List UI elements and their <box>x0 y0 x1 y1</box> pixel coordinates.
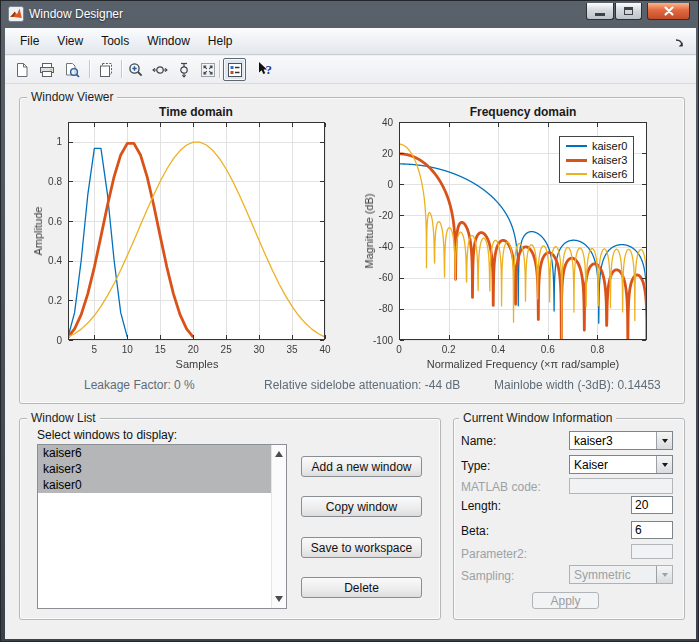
matlab-code-field <box>569 478 673 494</box>
minimize-button[interactable] <box>586 3 614 20</box>
legend-label: kaiser6 <box>592 169 627 180</box>
type-combobox[interactable]: Kaiser <box>569 455 673 474</box>
legend-icon <box>227 62 243 78</box>
print-icon <box>39 62 55 78</box>
beta-label: Beta: <box>461 524 489 538</box>
dock-arrow-icon[interactable] <box>674 36 686 48</box>
list-item-kaiser3[interactable]: kaiser3 <box>38 461 286 477</box>
current-window-info-label: Current Window Information <box>459 411 616 425</box>
window-listbox[interactable]: kaiser6 kaiser3 kaiser0 <box>37 444 287 609</box>
type-label: Type: <box>461 459 490 473</box>
menu-item-window[interactable]: Window <box>138 28 199 54</box>
menu-item-view[interactable]: View <box>48 28 92 54</box>
mainlobe-width-status: Mainlobe width (-3dB): 0.14453 <box>494 378 661 392</box>
chevron-down-icon[interactable] <box>656 432 672 449</box>
chevron-down-icon <box>656 566 672 583</box>
new-document-icon <box>14 62 30 78</box>
close-icon <box>662 4 676 18</box>
legend-line-sample <box>566 159 587 162</box>
menu-item-tools[interactable]: Tools <box>92 28 138 54</box>
help-pointer-icon: ? <box>256 61 274 78</box>
apply-button: Apply <box>532 592 599 609</box>
maximize-icon <box>624 7 633 15</box>
zoom-in-icon <box>128 62 144 78</box>
sidelobe-attenuation-status: Relative sidelobe attenuation: -44 dB <box>264 378 460 392</box>
legend-label: kaiser0 <box>592 141 627 152</box>
legend-line-sample <box>566 173 587 175</box>
full-extent-icon <box>200 62 216 78</box>
toolbar: ? <box>5 56 696 84</box>
toolbar-separator <box>89 60 90 78</box>
toolbar-separator <box>219 60 220 78</box>
zoom-y-button[interactable] <box>172 58 195 81</box>
context-help-button[interactable]: ? <box>253 58 276 81</box>
frequency-xlabel: Normalized Frequency (×π rad/sample) <box>427 358 620 370</box>
new-figure-button[interactable] <box>10 58 33 81</box>
window-designer-window: Window Designer File View Tools Window H… <box>0 0 699 642</box>
legend-label: kaiser3 <box>592 155 627 166</box>
parameter2-label: Parameter2: <box>461 547 527 561</box>
copy-figure-button[interactable] <box>94 58 117 81</box>
sampling-combobox: Symmetric <box>569 565 673 584</box>
menu-item-help[interactable]: Help <box>199 28 242 54</box>
plot-legend[interactable]: kaiser0 kaiser3 kaiser6 <box>559 136 634 183</box>
zoom-x-icon <box>152 62 168 78</box>
length-label: Length: <box>461 499 501 513</box>
matlab-code-label: MATLAB code: <box>461 480 541 494</box>
name-combobox-value: kaiser3 <box>574 434 654 448</box>
name-combobox[interactable]: kaiser3 <box>569 431 673 450</box>
window-list-label: Window List <box>27 411 100 425</box>
chevron-down-icon[interactable] <box>656 456 672 473</box>
time-ylabel: Amplitude <box>32 207 44 256</box>
close-button[interactable] <box>647 3 690 20</box>
save-to-workspace-button[interactable]: Save to workspace <box>301 537 422 558</box>
sampling-combobox-value: Symmetric <box>574 568 654 582</box>
minimize-icon <box>595 13 605 16</box>
copy-window-button[interactable]: Copy window <box>301 496 422 517</box>
type-combobox-value: Kaiser <box>574 458 654 472</box>
legend-line-sample <box>566 145 587 147</box>
frequency-ylabel: Magnitude (dB) <box>363 193 375 268</box>
print-preview-button[interactable] <box>60 58 83 81</box>
time-domain-plot[interactable] <box>31 116 341 366</box>
restore-view-button[interactable] <box>196 58 219 81</box>
length-field[interactable] <box>631 496 673 514</box>
window-viewer-label: Window Viewer <box>27 90 117 104</box>
print-button[interactable] <box>35 58 58 81</box>
legend-entry-kaiser6: kaiser6 <box>560 167 633 181</box>
add-new-window-button[interactable]: Add a new window <box>301 456 422 477</box>
window-title: Window Designer <box>29 7 123 21</box>
leakage-factor-status: Leakage Factor: 0 % <box>84 378 195 392</box>
svg-text:?: ? <box>265 62 272 77</box>
copy-icon <box>98 62 114 78</box>
zoom-in-button[interactable] <box>124 58 147 81</box>
list-item-kaiser6[interactable]: kaiser6 <box>38 445 286 461</box>
matlab-figure-icon <box>8 6 24 22</box>
name-label: Name: <box>461 434 496 448</box>
sampling-label: Sampling: <box>461 569 514 583</box>
legend-entry-kaiser3: kaiser3 <box>560 153 633 167</box>
toolbar-separator <box>121 60 122 78</box>
menu-bar: File View Tools Window Help <box>5 28 696 55</box>
window-list-prompt: Select windows to display: <box>37 428 177 442</box>
beta-field[interactable] <box>631 521 673 539</box>
parameter2-field <box>631 544 673 559</box>
zoom-x-button[interactable] <box>148 58 171 81</box>
scroll-up-icon[interactable] <box>275 451 283 457</box>
maximize-button[interactable] <box>615 3 642 20</box>
time-xlabel: Samples <box>176 358 219 370</box>
menu-item-file[interactable]: File <box>11 28 48 54</box>
listbox-scrollbar[interactable] <box>271 445 286 608</box>
scroll-down-icon[interactable] <box>275 596 283 602</box>
toggle-legend-button[interactable] <box>223 58 246 81</box>
delete-button[interactable]: Delete <box>301 577 422 598</box>
print-preview-icon <box>64 62 80 78</box>
zoom-y-icon <box>176 62 192 78</box>
legend-entry-kaiser0: kaiser0 <box>560 139 633 153</box>
list-item-kaiser0[interactable]: kaiser0 <box>38 477 286 493</box>
